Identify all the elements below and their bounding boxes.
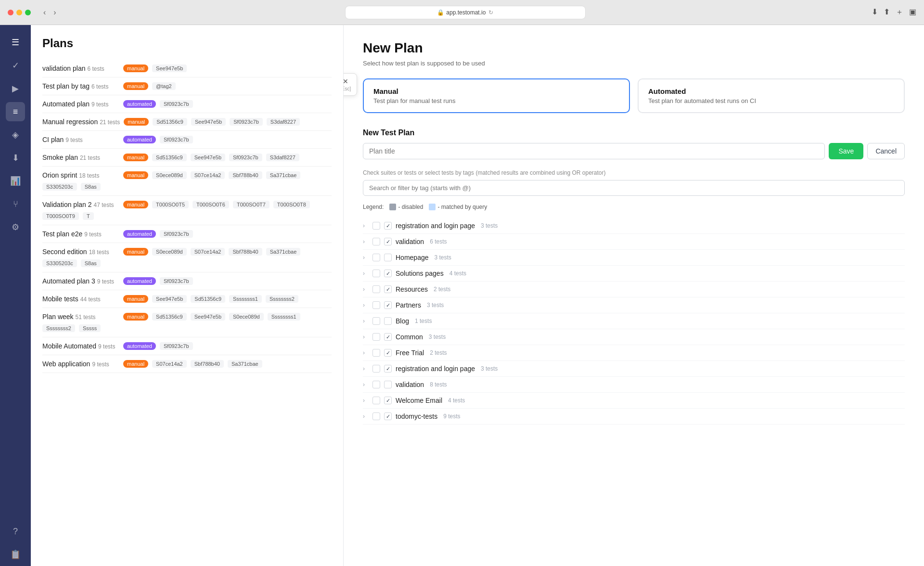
suite-row[interactable]: ›✓Common3 tests [363,329,905,345]
plan-row[interactable]: CI plan9 testsautomatedSf0923c7b [42,131,332,149]
plan-row[interactable]: Test plan by tag6 testsmanual@tag2 [42,77,332,95]
chevron-right-icon: › [363,381,369,388]
badge-manual: manual [123,201,148,208]
suite-checkbox[interactable] [372,301,380,309]
suite-row[interactable]: ›✓validation6 tests [363,234,905,250]
suite-row[interactable]: ›Homepage3 tests [363,250,905,266]
plan-name: Web application9 tests [42,360,119,368]
plan-tag: S3daf8227 [267,118,300,126]
plan-count: 18 tests [79,172,99,179]
suite-check-icon[interactable]: ✓ [384,365,392,373]
suite-row[interactable]: ›✓Resources2 tests [363,282,905,297]
suite-checkbox[interactable] [372,317,380,325]
sidebar-item-integrations[interactable]: ⑂ [6,194,25,214]
downloads-icon[interactable]: ⬇ [872,7,878,17]
plan-row[interactable]: Test plan e2e9 testsautomatedSf0923c7b [42,225,332,243]
plan-count: 18 tests [89,249,109,256]
suite-check-icon[interactable]: ✓ [384,349,392,357]
plan-row[interactable]: Mobile Automated9 testsautomatedSf0923c7… [42,337,332,355]
plan-row[interactable]: Validation plan 247 testsmanualT000SO0T5… [42,196,332,225]
suite-checkbox[interactable] [372,365,380,373]
suite-checkbox[interactable] [372,254,380,261]
sidebar-item-suites[interactable]: ◈ [6,125,25,144]
plan-row[interactable]: Orion sprint18 testsmanualS0ece089dS07ce… [42,167,332,196]
manual-card-desc: Test plan for manual test runs [373,97,619,104]
suite-row[interactable]: ›✓registration and login page3 tests [363,218,905,234]
sidebar-item-help[interactable]: ? [6,522,25,541]
sidebar-item-runs[interactable]: ▶ [6,79,25,98]
suite-name: validation [396,381,424,388]
plan-row[interactable]: Web application9 testsmanualS07ce14a2Sbf… [42,355,332,373]
suite-check-icon[interactable] [384,381,392,388]
minimize-traffic-light[interactable] [16,10,22,15]
sidebar-item-menu[interactable]: ☰ [6,33,25,52]
badge-automated: automated [123,230,156,238]
plan-row[interactable]: Manual regression21 testsmanualSd51356c9… [42,113,332,131]
plan-row[interactable]: Plan week51 testsmanualSd51356c9See947e5… [42,308,332,337]
suite-check-icon[interactable]: ✓ [384,222,392,230]
share-icon[interactable]: ⬆ [884,7,890,17]
suite-check-icon[interactable]: ✓ [384,238,392,245]
plan-tag: S0ece089d [229,313,264,321]
plan-row[interactable]: validation plan6 testsmanualSee947e5b [42,60,332,77]
save-button[interactable]: Save [829,143,863,159]
suite-count: 2 tests [434,286,450,293]
sidebar-toggle-icon[interactable]: ▣ [909,7,916,17]
suite-check-icon[interactable] [384,317,392,325]
suite-row[interactable]: ›✓todomyc-tests9 tests [363,409,905,424]
plan-type-automated[interactable]: Automated Test plan for automated test r… [638,78,905,113]
plan-tag: S3daf8227 [266,154,299,161]
back-button[interactable]: ‹ [40,7,49,18]
suite-check-icon[interactable]: ✓ [384,412,392,420]
plan-row[interactable]: Smoke plan21 testsmanualSd51356c9See947e… [42,149,332,167]
suite-check-icon[interactable]: ✓ [384,270,392,277]
plan-count: 47 tests [93,202,114,208]
plan-row[interactable]: Automated plan9 testsautomatedSf0923c7b [42,95,332,113]
filter-input[interactable] [363,180,905,196]
sidebar-item-plans[interactable]: ≡ [6,102,25,121]
sidebar-item-settings[interactable]: ⚙ [6,218,25,237]
legend-disabled-item: - disabled [389,204,423,210]
suite-check-icon[interactable]: ✓ [384,301,392,309]
suite-checkbox[interactable] [372,238,380,245]
suite-checkbox[interactable] [372,222,380,230]
suite-row[interactable]: ›✓Free Trial2 tests [363,345,905,361]
sidebar-item-checks[interactable]: ✓ [6,56,25,75]
chevron-right-icon: › [363,238,369,245]
plan-row[interactable]: Automated plan 39 testsautomatedSf0923c7… [42,272,332,290]
suite-check-icon[interactable]: ✓ [384,333,392,341]
close-button-overlay[interactable]: ✕ [Esc] [344,73,357,96]
suite-row[interactable]: ›✓Solutions pages4 tests [363,266,905,282]
suite-checkbox[interactable] [372,333,380,341]
suite-checkbox[interactable] [372,381,380,388]
sidebar-item-reports[interactable]: 📊 [6,171,25,191]
plan-type-manual[interactable]: Manual Test plan for manual test runs [363,78,630,113]
close-traffic-light[interactable] [8,10,13,15]
suite-checkbox[interactable] [372,412,380,420]
cancel-button[interactable]: Cancel [867,143,905,159]
suite-check-icon[interactable]: ✓ [384,285,392,293]
plan-row[interactable]: Mobile tests44 testsmanualSee947e5bSd513… [42,290,332,308]
suite-row[interactable]: ›validation8 tests [363,377,905,393]
suite-checkbox[interactable] [372,270,380,277]
sidebar-item-import[interactable]: ⬇ [6,148,25,167]
new-tab-icon[interactable]: ＋ [896,7,903,17]
legend-disabled-label: - disabled [398,204,423,210]
suite-row[interactable]: ›✓Welcome Email4 tests [363,393,905,409]
suite-row[interactable]: ›✓registration and login page3 tests [363,361,905,377]
suite-checkbox[interactable] [372,397,380,404]
suite-check-icon[interactable] [384,254,392,261]
plan-tag: S3305203c [42,183,77,191]
address-bar[interactable]: 🔒 app.testomat.io ↻ [345,6,586,19]
suite-check-icon[interactable]: ✓ [384,397,392,404]
suite-row[interactable]: ›✓Partners3 tests [363,297,905,313]
maximize-traffic-light[interactable] [25,10,31,15]
plan-row[interactable]: Second edition18 testsmanualS0ece089dS07… [42,243,332,272]
forward-button[interactable]: › [51,7,59,18]
sidebar-item-docs[interactable]: 📋 [6,545,25,564]
plan-tag: S0ece089d [152,171,187,179]
suite-checkbox[interactable] [372,349,380,357]
plan-title-input[interactable] [363,143,825,159]
suite-checkbox[interactable] [372,285,380,293]
suite-row[interactable]: ›Blog1 tests [363,313,905,329]
